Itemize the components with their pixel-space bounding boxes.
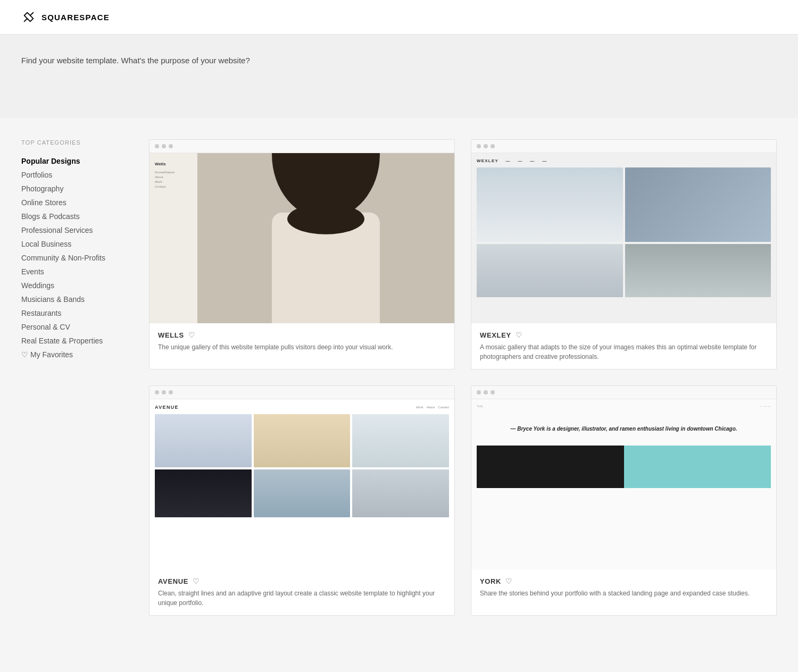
sidebar-item-portfolios[interactable]: Portfolios xyxy=(21,168,128,182)
wexley-img-2 xyxy=(625,167,771,242)
dot-2 xyxy=(162,390,166,394)
york-description: Share the stories behind your portfolio … xyxy=(480,589,768,598)
avenue-favorite-button[interactable]: ♡ xyxy=(193,577,200,585)
wells-link-2: About xyxy=(155,175,192,179)
dot-3 xyxy=(169,390,173,394)
avenue-img-6 xyxy=(352,469,449,517)
sidebar: TOP CATEGORIES Popular Designs Portfolio… xyxy=(21,139,128,616)
dot-2 xyxy=(484,144,488,148)
sidebar-item-online-stores[interactable]: Online Stores xyxy=(21,196,128,209)
york-img-grid xyxy=(477,446,771,488)
sidebar-section-label: TOP CATEGORIES xyxy=(21,139,128,146)
wexley-header-bar: WEXLEY — — — — xyxy=(477,158,771,163)
york-info: YORK ♡ Share the stories behind your por… xyxy=(471,569,776,606)
hero-text: Find your website template. What's the p… xyxy=(21,56,777,65)
york-name: YORK xyxy=(480,577,501,585)
sidebar-item-restaurants[interactable]: Restaurants xyxy=(21,306,128,320)
sidebar-item-weddings[interactable]: Weddings xyxy=(21,279,128,292)
window-chrome-wexley xyxy=(471,140,776,153)
svg-point-3 xyxy=(287,204,364,234)
york-favorite-button[interactable]: ♡ xyxy=(505,577,512,585)
avenue-nav-work: Work xyxy=(416,406,423,409)
dot-1 xyxy=(155,390,159,394)
wells-favorite-button[interactable]: ♡ xyxy=(188,331,195,339)
avenue-img-4 xyxy=(155,469,252,517)
wexley-name: WEXLEY xyxy=(480,331,511,339)
wells-name: WELLS xyxy=(158,331,184,339)
sidebar-item-musicians-bands[interactable]: Musicians & Bands xyxy=(21,292,128,306)
window-chrome-wells xyxy=(149,140,454,153)
avenue-name: AVENUE xyxy=(158,577,188,585)
avenue-nav-about: About xyxy=(427,406,435,409)
york-hero-text: — Bryce York is a designer, illustrator,… xyxy=(477,416,771,441)
york-img-teal xyxy=(624,446,771,488)
sidebar-item-photography[interactable]: Photography xyxy=(21,182,128,196)
york-preview[interactable]: York — — — — Bryce York is a designer, i… xyxy=(471,399,776,569)
template-card-wexley: WEXLEY — — — — WEXLEY ♡ A mosaic gallery… xyxy=(471,139,777,369)
wells-link-3: Work xyxy=(155,180,192,183)
wexley-favorite-button[interactable]: ♡ xyxy=(516,331,522,339)
sidebar-item-my-favorites[interactable]: ♡ My Favorites xyxy=(21,348,128,362)
template-card-avenue: AVENUE Work About Contact xyxy=(149,385,455,616)
my-favorites-label: My Favorites xyxy=(30,350,73,359)
logo[interactable]: SQUARESPACE xyxy=(21,10,110,24)
wells-main-image xyxy=(197,153,454,323)
wells-info: WELLS ♡ The unique gallery of this websi… xyxy=(149,323,454,359)
avenue-grid-bottom xyxy=(155,469,449,517)
heart-icon-sidebar: ♡ xyxy=(21,350,28,359)
wexley-name-row: WEXLEY ♡ xyxy=(480,331,768,339)
window-chrome-york xyxy=(471,386,776,399)
avenue-header: AVENUE Work About Contact xyxy=(155,405,449,410)
avenue-title: AVENUE xyxy=(155,405,179,410)
avenue-nav-contact: Contact xyxy=(438,406,449,409)
sidebar-item-popular-designs[interactable]: Popular Designs xyxy=(21,154,128,168)
template-card-wells: Wells HumanNature About Work Contact xyxy=(149,139,455,369)
avenue-img-1 xyxy=(155,414,252,467)
dot-2 xyxy=(162,144,166,148)
wexley-grid xyxy=(477,167,771,297)
wexley-img-4 xyxy=(625,244,771,297)
york-header: York — — — xyxy=(477,405,771,408)
sidebar-item-professional-services[interactable]: Professional Services xyxy=(21,223,128,237)
sidebar-item-events[interactable]: Events xyxy=(21,265,128,279)
avenue-preview[interactable]: AVENUE Work About Contact xyxy=(149,399,454,569)
hero-section: Find your website template. What's the p… xyxy=(0,35,798,118)
avenue-name-row: AVENUE ♡ xyxy=(158,577,446,585)
wells-description: The unique gallery of this website templ… xyxy=(158,342,446,352)
york-header-right: — — — xyxy=(760,405,771,408)
dot-1 xyxy=(477,390,481,394)
avenue-nav: Work About Contact xyxy=(416,406,449,409)
avenue-img-2 xyxy=(254,414,351,467)
main-content: TOP CATEGORIES Popular Designs Portfolio… xyxy=(0,118,798,637)
wexley-img-3 xyxy=(477,244,623,297)
sidebar-item-blogs-podcasts[interactable]: Blogs & Podcasts xyxy=(21,209,128,223)
york-img-dark xyxy=(477,446,624,488)
squarespace-logo-icon xyxy=(21,10,36,24)
avenue-img-3 xyxy=(352,414,449,467)
dot-1 xyxy=(155,144,159,148)
wells-name-row: WELLS ♡ xyxy=(158,331,446,339)
wells-sidebar-title: Wells xyxy=(155,162,192,166)
sidebar-item-personal-cv[interactable]: Personal & CV xyxy=(21,320,128,334)
window-chrome-avenue xyxy=(149,386,454,399)
sidebar-item-real-estate[interactable]: Real Estate & Properties xyxy=(21,334,128,348)
york-header-left: York xyxy=(477,405,483,408)
dot-2 xyxy=(484,390,488,394)
wexley-info: WEXLEY ♡ A mosaic gallery that adapts to… xyxy=(471,323,776,369)
avenue-info: AVENUE ♡ Clean, straight lines and an ad… xyxy=(149,569,454,615)
york-name-row: YORK ♡ xyxy=(480,577,768,585)
wells-link-4: Contact xyxy=(155,185,192,188)
template-card-york: York — — — — Bryce York is a designer, i… xyxy=(471,385,777,616)
dot-3 xyxy=(169,144,173,148)
dot-1 xyxy=(477,144,481,148)
wexley-preview[interactable]: WEXLEY — — — — xyxy=(471,153,776,323)
wells-sidebar-panel: Wells HumanNature About Work Contact xyxy=(149,153,197,323)
wells-link-1: HumanNature xyxy=(155,171,192,174)
sidebar-item-local-business[interactable]: Local Business xyxy=(21,237,128,251)
avenue-img-5 xyxy=(254,469,351,517)
wexley-img-1 xyxy=(477,167,623,242)
dot-3 xyxy=(491,390,495,394)
wells-preview[interactable]: Wells HumanNature About Work Contact xyxy=(149,153,454,323)
sidebar-item-community-non-profits[interactable]: Community & Non-Profits xyxy=(21,251,128,265)
wexley-description: A mosaic gallery that adapts to the size… xyxy=(480,342,768,362)
